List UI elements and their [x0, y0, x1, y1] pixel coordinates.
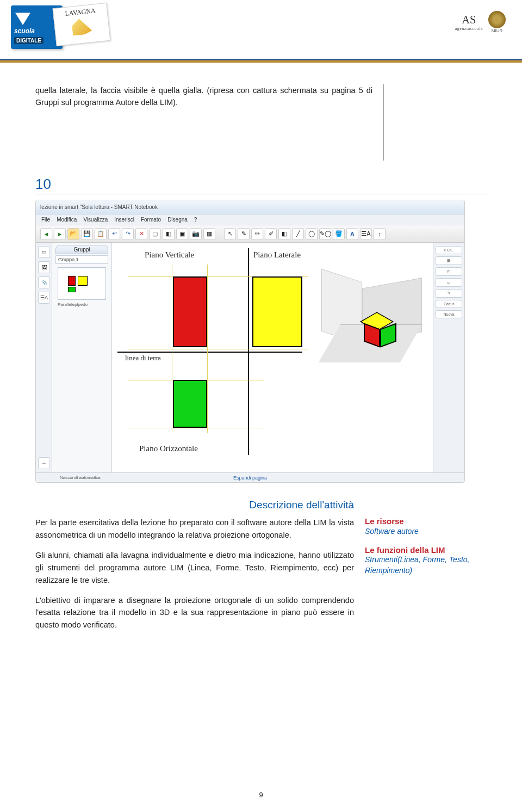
group-tab[interactable]: Gruppi — [55, 245, 108, 254]
toolbar-text-icon[interactable]: A — [346, 228, 358, 240]
rail-gallery-icon[interactable]: 🖼 — [38, 261, 50, 273]
toolbar-shapepen-icon[interactable]: ✎◯ — [319, 228, 331, 240]
menu-formato[interactable]: Formato — [141, 217, 161, 223]
footer-expand-link[interactable]: Espandi pagina — [233, 475, 267, 481]
page-thumbnail[interactable] — [58, 267, 106, 300]
logo-lavagna-text: LAVAGNA — [65, 7, 96, 17]
toolbar-pen3-icon[interactable]: ✐ — [265, 228, 277, 240]
app-toolbar: ◄ ► 📂 💾 📋 ↶ ↷ ✕ ▢ ◧ ▣ 📷 ▦ ↖ ✎ ✏ ✐ ◧ ╱ ◯ … — [36, 225, 464, 243]
orth-line-4 — [128, 349, 308, 349]
agenzia-scuola-logo: AS agenziascuola — [455, 14, 483, 31]
app-menubar: File Modifica Visualizza Inserisci Forma… — [36, 214, 464, 225]
app-titlebar: lezione in smart "Sola lettura - SMART N… — [36, 200, 464, 214]
activity-title: Descrizione dell'attività — [35, 499, 354, 511]
label-piano-laterale: Piano Laterale — [253, 250, 301, 260]
app-canvas[interactable]: Piano Verticale Piano Laterale linea di … — [112, 243, 433, 472]
menu-modifica[interactable]: Modifica — [57, 217, 77, 223]
activity-p2: Gli alunni, chiamati alla lavagna indivi… — [35, 549, 354, 587]
group-sub[interactable]: Gruppo 1 — [55, 255, 108, 264]
toolbar-paste-icon[interactable]: 📋 — [95, 228, 107, 240]
toolbar-dualpage-icon[interactable]: ▣ — [176, 228, 188, 240]
sidebar-risorse-text: Software autore — [365, 527, 487, 536]
right-panel-capture-window-icon[interactable]: ◰ — [436, 267, 462, 276]
thumbnail-label: Parallelepipedo — [58, 302, 106, 307]
label-piano-verticale: Piano Verticale — [145, 250, 194, 260]
content-area: quella laterale, la faccia visibile è qu… — [0, 63, 522, 650]
page-header: scuola DIGITALE LAVAGNA AS agenziascuola… — [0, 0, 522, 63]
toolbar-shape-icon[interactable]: ◯ — [306, 228, 318, 240]
arrow-down-icon — [15, 10, 30, 25]
toolbar-open-icon[interactable]: 📂 — [67, 228, 79, 240]
activity-main-column: Descrizione dell'attività Per la parte e… — [35, 499, 354, 639]
footer-autohide[interactable]: Nascondi automatica — [60, 475, 101, 480]
toolbar-line-icon[interactable]: ╱ — [292, 228, 304, 240]
sidebar-funzioni-text: Strumenti(Linea, Forme, Testo, Riempimen… — [365, 555, 487, 576]
app-title: lezione in smart "Sola lettura - SMART N… — [40, 204, 158, 210]
toolbar-shade-icon[interactable]: ◧ — [163, 228, 175, 240]
label-linea-terra: linea di terra — [125, 354, 161, 362]
toolbar-fill-icon[interactable]: 🪣 — [333, 228, 345, 240]
isometric-room — [313, 264, 427, 362]
rect-side-yellow — [252, 276, 302, 347]
group-panel: Gruppi Gruppo 1 Parallelepipedo — [52, 243, 112, 472]
toolbar-pen2-icon[interactable]: ✏ — [251, 228, 263, 240]
right-panel-nuova[interactable]: Nuova — [436, 310, 462, 318]
app-footer: Nascondi automatica Espandi pagina — [36, 472, 464, 482]
label-piano-orizzontale: Piano Orizzontale — [139, 444, 198, 453]
toolbar-delete-icon[interactable]: ✕ — [135, 228, 147, 240]
right-panel-capture-screen-icon[interactable]: ▭ — [436, 278, 462, 287]
miur-text: MIUR — [488, 28, 506, 33]
sidebar-funzioni-heading: Le funzioni della LIM — [365, 545, 487, 555]
activity-sidebar: Le risorse Software autore Le funzioni d… — [365, 499, 487, 639]
toolbar-save-icon[interactable]: 💾 — [81, 228, 93, 240]
menu-help[interactable]: ? — [194, 217, 197, 223]
right-panel-close[interactable]: x Ca.. — [436, 246, 462, 254]
as-subtext: agenziascuola — [455, 26, 483, 31]
smart-notebook-screenshot: lezione in smart "Sola lettura - SMART N… — [35, 200, 465, 483]
toolbar-pen1-icon[interactable]: ✎ — [238, 228, 250, 240]
toolbar-capture-icon[interactable]: 📷 — [190, 228, 202, 240]
activity-p1: Per la parte esercitativa della lezione … — [35, 516, 354, 542]
toolbar-redo-icon[interactable]: ↷ — [122, 228, 134, 240]
top-paragraph: quella laterale, la faccia visibile è qu… — [35, 84, 372, 161]
toolbar-back-icon[interactable]: ◄ — [40, 228, 52, 240]
menu-inserisci[interactable]: Inserisci — [114, 217, 134, 223]
top-side-empty — [383, 84, 487, 161]
header-divider — [0, 59, 522, 63]
miur-emblem-icon — [488, 11, 506, 28]
menu-visualizza[interactable]: Visualizza — [83, 217, 108, 223]
app-left-rail: ▭ 🖼 📎 ☰A ↔ — [36, 243, 52, 472]
toolbar-pointer-icon[interactable]: ↖ — [224, 228, 236, 240]
toolbar-props-icon[interactable]: ☰A — [360, 228, 372, 240]
projection-hline — [117, 352, 302, 353]
logo-left-group: scuola DIGITALE LAVAGNA — [11, 5, 103, 54]
app-body: ▭ 🖼 📎 ☰A ↔ Gruppi Gruppo 1 Parallelepipe… — [36, 243, 464, 472]
toolbar-screen-icon[interactable]: ▢ — [149, 228, 161, 240]
right-panel-cattur[interactable]: Cattur — [436, 300, 462, 308]
rail-collapse-icon[interactable]: ↔ — [38, 457, 50, 469]
as-monogram: AS — [462, 14, 476, 26]
miur-logo: MIUR — [488, 11, 506, 33]
toolbar-fwd-icon[interactable]: ► — [54, 228, 66, 240]
toolbar-eraser-icon[interactable]: ◧ — [278, 228, 290, 240]
figure-number: 10 — [35, 176, 487, 194]
orth-line-6 — [128, 428, 264, 428]
logo-digitale-text: DIGITALE — [14, 37, 44, 44]
logo-scuola-text: scuola — [14, 27, 35, 35]
toolbar-move-icon[interactable]: ↕ — [374, 228, 386, 240]
menu-file[interactable]: File — [41, 217, 50, 223]
thumbnail-preview — [66, 273, 98, 294]
logo-right-group: AS agenziascuola MIUR — [455, 11, 506, 33]
rail-attach-icon[interactable]: 📎 — [38, 276, 50, 288]
activity-p3: L'obiettivo di imparare a disegnare la p… — [35, 594, 354, 632]
rail-pages-icon[interactable]: ▭ — [38, 246, 50, 258]
toolbar-table-icon[interactable]: ▦ — [203, 228, 215, 240]
menu-disegna[interactable]: Disegna — [167, 217, 188, 223]
rail-props-icon[interactable]: ☰A — [38, 292, 50, 304]
toolbar-undo-icon[interactable]: ↶ — [108, 228, 120, 240]
right-panel-capture-area-icon[interactable]: ▦ — [436, 256, 462, 265]
right-capture-panel: x Ca.. ▦ ◰ ▭ ✎ Cattur Nuova — [433, 243, 464, 472]
right-panel-capture-free-icon[interactable]: ✎ — [436, 289, 462, 298]
logo-lavagna: LAVAGNA — [53, 3, 111, 46]
rect-front-red — [173, 276, 207, 347]
